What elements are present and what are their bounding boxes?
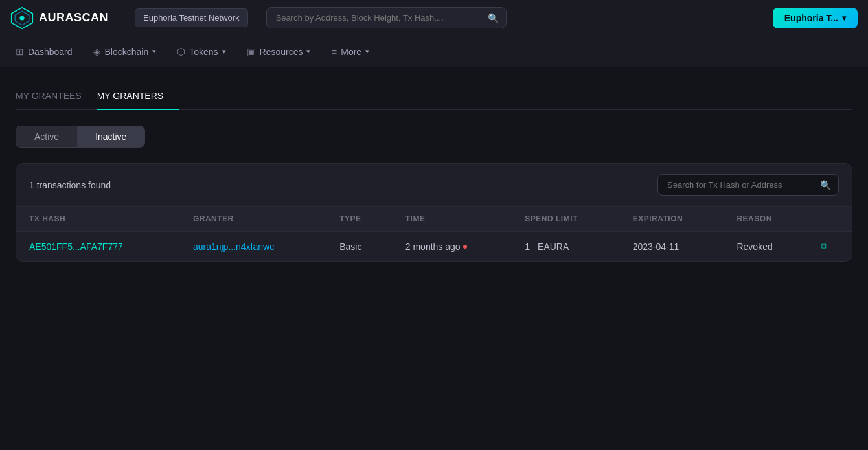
search-bar: 🔍 (266, 7, 507, 28)
network-button-label: Euphoria T... (784, 13, 838, 23)
table-search: 🔍 (657, 174, 839, 196)
col-spend-limit: SPEND LIMIT (512, 207, 619, 232)
search-icon: 🔍 (488, 13, 499, 23)
nav-label-blockchain: Blockchain (105, 47, 149, 57)
resources-icon: ▣ (247, 46, 256, 58)
sidebar-item-dashboard[interactable]: ⊞ Dashboard (16, 43, 73, 60)
network-button[interactable]: Euphoria T... ▾ (773, 8, 858, 28)
topbar: AURASCAN Euphoria Testnet Network 🔍 Euph… (0, 0, 868, 36)
col-tx-hash: TX HASH (16, 207, 180, 232)
spend-token: EAURA (538, 242, 569, 252)
col-reason: REASON (724, 207, 808, 232)
table-search-icon: 🔍 (820, 180, 831, 190)
granter-link[interactable]: aura1njp...n4xfanwc (193, 242, 274, 252)
cell-reason: Revoked (724, 232, 808, 262)
blockchain-icon: ◈ (93, 46, 101, 58)
tx-hash-link[interactable]: AE501FF5...AFA7F777 (29, 242, 123, 252)
logo-text: AURASCAN (39, 11, 108, 25)
nav-label-more: More (341, 47, 361, 57)
time-value: 2 months ago (405, 242, 461, 252)
logo-area: AURASCAN (10, 6, 127, 30)
table-panel: 1 transactions found 🔍 TX HASH GRANTER T… (16, 163, 852, 262)
nav-label-tokens: Tokens (189, 47, 218, 57)
spend-amount: 1 (525, 242, 530, 252)
cell-granter: aura1njp...n4xfanwc (180, 232, 326, 262)
time-indicator-icon (463, 245, 467, 249)
toggle-inactive-button[interactable]: Inactive (77, 126, 144, 147)
network-badge: Euphoria Testnet Network (135, 8, 248, 27)
granters-table: TX HASH GRANTER TYPE TIME SPEND LIMIT EX… (16, 206, 852, 261)
nav-label-dashboard: Dashboard (28, 47, 73, 57)
tokens-icon: ⬡ (177, 46, 185, 58)
tx-count: 1 transactions found (29, 180, 111, 190)
col-granter: GRANTER (180, 207, 326, 232)
chevron-resources-icon: ▾ (306, 47, 310, 56)
cell-ext-link: ⧉ (808, 232, 852, 262)
main-content: MY GRANTEES MY GRANTERS Active Inactive … (0, 67, 868, 262)
svg-point-2 (19, 16, 24, 20)
cell-type: Basic (326, 232, 393, 262)
dashboard-icon: ⊞ (16, 46, 24, 58)
table-search-input[interactable] (657, 174, 839, 196)
col-expiration: EXPIRATION (620, 207, 724, 232)
main-tabs: MY GRANTEES MY GRANTERS (16, 83, 852, 110)
chevron-down-icon: ▾ (842, 14, 846, 23)
table-header: TX HASH GRANTER TYPE TIME SPEND LIMIT EX… (16, 207, 852, 232)
external-link-icon[interactable]: ⧉ (821, 242, 827, 251)
chevron-blockchain-icon: ▾ (152, 47, 156, 56)
cell-spend-limit: 1 EAURA (512, 232, 619, 262)
chevron-more-icon: ▾ (365, 47, 369, 56)
col-type: TYPE (326, 207, 393, 232)
navbar: ⊞ Dashboard ◈ Blockchain ▾ ⬡ Tokens ▾ ▣ … (0, 36, 868, 67)
more-icon: ≡ (331, 46, 337, 57)
tab-my-granters[interactable]: MY GRANTERS (97, 83, 179, 110)
aurascan-logo-icon (10, 6, 34, 30)
toggle-active-button[interactable]: Active (16, 126, 77, 147)
table-row: AE501FF5...AFA7F777 aura1njp...n4xfanwc … (16, 232, 852, 262)
col-actions (808, 207, 852, 232)
sidebar-item-blockchain[interactable]: ◈ Blockchain ▾ (93, 43, 157, 60)
search-input[interactable] (266, 7, 507, 28)
cell-time: 2 months ago (393, 232, 512, 262)
col-time: TIME (393, 207, 512, 232)
sidebar-item-resources[interactable]: ▣ Resources ▾ (247, 43, 311, 60)
cell-expiration: 2023-04-11 (620, 232, 724, 262)
chevron-tokens-icon: ▾ (222, 47, 226, 56)
sidebar-item-tokens[interactable]: ⬡ Tokens ▾ (177, 43, 225, 60)
cell-tx-hash: AE501FF5...AFA7F777 (16, 232, 180, 262)
toggle-group: Active Inactive (16, 126, 145, 148)
nav-label-resources: Resources (260, 47, 303, 57)
table-header-row: 1 transactions found 🔍 (16, 164, 852, 206)
tab-my-grantees[interactable]: MY GRANTEES (16, 83, 97, 110)
sidebar-item-more[interactable]: ≡ More ▾ (331, 43, 369, 60)
